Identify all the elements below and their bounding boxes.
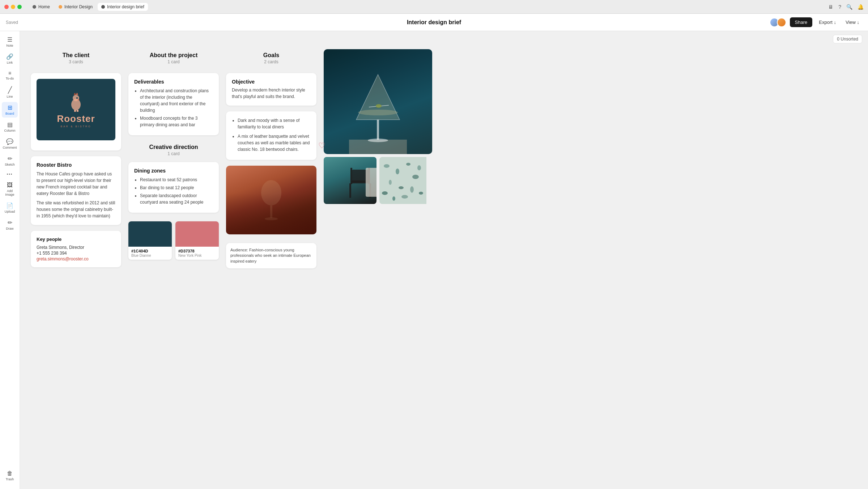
sidebar-item-link[interactable]: 🔗 Link [2, 51, 18, 67]
maximize-button[interactable] [17, 5, 22, 9]
tab-home[interactable]: Home [29, 3, 54, 11]
svg-rect-7 [77, 110, 78, 112]
document-title: Interior design brief [407, 19, 461, 26]
sidebar-board-label: Board [5, 112, 14, 115]
creative-count: 1 card [128, 151, 219, 156]
board-icon: ⊞ [8, 104, 12, 111]
link-icon: 🔗 [6, 53, 13, 60]
svg-point-17 [376, 104, 382, 108]
bistro-para1: The House Cafes group have asked us to p… [37, 171, 115, 197]
sidebar-note-label: Note [6, 44, 13, 47]
goals-item-1: Dark and moody with a sense of familiari… [238, 117, 311, 130]
tab-interior-design[interactable]: Interior Design [55, 3, 96, 11]
sidebar-item-add-image[interactable]: 🖼 Add Image [2, 180, 18, 199]
tab-dot-home [33, 5, 36, 9]
columns-layout: The client 3 cards [31, 49, 857, 268]
goals-list: Dark and moody with a sense of familiari… [232, 117, 311, 153]
swatch-new-york-pink: #D37378 New York Pink [175, 221, 219, 260]
deliverables-list: Architectural and construction plans of … [134, 88, 213, 128]
swatch-pink-info: #D37378 New York Pink [175, 247, 219, 260]
photo-overlay [226, 193, 316, 234]
dining-item-2: Bar dining to seat 12 people [140, 184, 213, 191]
key-people-phone: +1 555 238 394 [37, 251, 115, 256]
sidebar-upload-label: Upload [5, 210, 15, 213]
deliverable-item-1: Architectural and construction plans of … [140, 88, 213, 114]
card-logo: Rooster BAR & BISTRO [31, 73, 121, 150]
color-swatches: #1C404D Blue Dianne #D37378 New York Pin… [128, 221, 219, 260]
swatch-blue-dianne: #1C404D Blue Dianne [128, 221, 172, 260]
audience-text: Audience: Fashion-conscious young profes… [230, 247, 312, 264]
swatch-pink-hex: #D37378 [178, 249, 216, 253]
draw-icon: ✏ [8, 219, 12, 226]
share-button[interactable]: Share [790, 17, 813, 27]
svg-marker-3 [74, 93, 76, 95]
tab-dot-interior [59, 5, 62, 9]
search-icon[interactable]: 🔍 [846, 4, 852, 10]
tab-dot-brief [101, 5, 105, 9]
column-title-client: The client [31, 52, 121, 59]
dining-item-1: Restaurant to seat 52 patrons [140, 177, 213, 183]
monitor-icon[interactable]: 🖥 [828, 4, 833, 10]
sidebar-column-label: Column [4, 129, 15, 132]
export-button[interactable]: Export ↓ [816, 18, 839, 26]
sidebar-item-trash[interactable]: 🗑 Trash [2, 468, 18, 483]
line-icon: ╱ [8, 86, 12, 94]
saved-status: Saved [6, 20, 18, 25]
deliverable-item-2: Moodboard concepts for the 3 primary din… [140, 115, 213, 128]
svg-point-4 [76, 97, 78, 99]
column-header-about: About the project 1 card [128, 49, 219, 67]
svg-point-33 [417, 165, 421, 170]
toolbar-right: Share Export ↓ View ↓ [770, 17, 862, 27]
sidebar-line-label: Line [7, 95, 13, 98]
help-icon[interactable]: ? [838, 4, 841, 10]
moodboard: ♡ [324, 49, 432, 204]
svg-point-25 [384, 164, 390, 168]
rooster-brand-subtitle: BAR & BISTRO [60, 125, 91, 128]
sidebar-item-comment[interactable]: 💬 Comment [2, 136, 18, 152]
bistro-para2: The site was refurbished in 2012 and sti… [37, 200, 115, 219]
card-key-people: Key people Greta Simmons, Director +1 55… [31, 231, 121, 267]
titlebar: Home Interior Design Interior design bri… [0, 0, 868, 14]
main-layout: ☰ Note 🔗 Link ≡ To-do ╱ Line ⊞ Board ▤ C… [0, 31, 868, 489]
bell-icon[interactable]: 🔔 [858, 4, 864, 10]
sidebar-item-note[interactable]: ☰ Note [2, 34, 18, 50]
minimize-button[interactable] [11, 5, 15, 9]
sidebar-item-board[interactable]: ⊞ Board [2, 102, 18, 118]
dining-title: Dining zones [134, 168, 213, 174]
svg-point-34 [401, 195, 408, 199]
svg-point-13 [368, 139, 388, 142]
sidebar-item-line[interactable]: ╱ Line [2, 84, 18, 101]
column-header-goals: Goals 2 cards [226, 49, 316, 67]
canvas[interactable]: 0 Unsorted The client 3 cards [20, 31, 868, 489]
sidebar-item-column[interactable]: ▤ Column [2, 119, 18, 135]
heart-annotation: ♡ [318, 141, 326, 150]
svg-point-35 [392, 196, 395, 201]
sidebar-item-more[interactable]: ••• [2, 170, 18, 178]
tab-bar: Home Interior Design Interior design bri… [29, 3, 148, 11]
close-button[interactable] [4, 5, 9, 9]
swatch-blue-color [128, 221, 172, 247]
svg-point-31 [410, 186, 414, 193]
column-title-goals: Goals [226, 52, 316, 59]
more-icon: ••• [7, 172, 13, 176]
svg-rect-22 [350, 168, 352, 184]
sidebar-item-upload[interactable]: 📄 Upload [2, 200, 18, 216]
key-people-email[interactable]: greta.simmons@rooster.co [37, 256, 115, 261]
view-button[interactable]: View ↓ [843, 18, 862, 26]
sidebar-sketch-label: Sketch [5, 163, 15, 166]
svg-point-15 [358, 110, 398, 115]
tab-home-label: Home [38, 4, 50, 9]
swatch-pink-name: New York Pink [178, 254, 216, 258]
sidebar-item-sketch[interactable]: ✏ Sketch [2, 153, 18, 169]
svg-rect-6 [74, 110, 76, 112]
goals-item-2: A mix of leather banquette and velvet co… [238, 133, 311, 153]
rooster-svg [67, 92, 85, 112]
swatch-blue-info: #1C404D Blue Dianne [128, 247, 172, 260]
sidebar-link-label: Link [7, 61, 13, 64]
sort-bar[interactable]: 0 Unsorted [833, 35, 862, 43]
objective-title: Objective [232, 79, 311, 85]
sidebar-item-todo[interactable]: ≡ To-do [2, 68, 18, 82]
sidebar-item-draw[interactable]: ✏ Draw [2, 217, 18, 233]
tab-brief[interactable]: Interior design brief [98, 3, 148, 11]
sidebar-comment-label: Comment [3, 146, 17, 149]
